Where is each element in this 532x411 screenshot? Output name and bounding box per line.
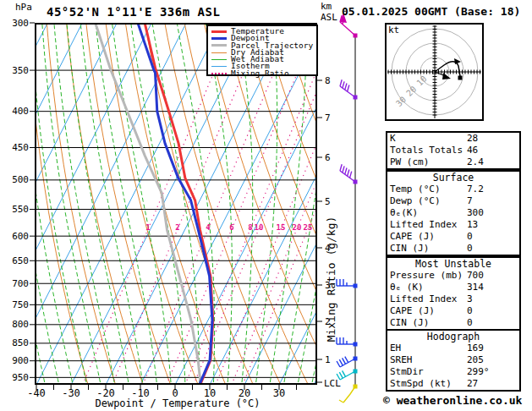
panel-row-label: CAPE (J) — [387, 231, 435, 242]
panel-header: Surface — [387, 172, 519, 184]
wind-barb — [337, 357, 357, 368]
pressure-unit-label: hPa — [15, 2, 32, 13]
km-tick-label: 8 — [325, 75, 331, 86]
barb-level-marker — [354, 34, 358, 38]
hodograph-unit-label: kt — [388, 25, 399, 36]
km-tick-label: 7 — [325, 112, 331, 123]
pressure-tick-label: 350 — [2, 65, 29, 76]
panel-row: Temp (°C)7.2 — [387, 184, 519, 195]
panel-row: CIN (J)0 — [387, 243, 519, 255]
panel-row: K28 — [387, 133, 519, 145]
panel-row-value: 0 — [467, 231, 473, 243]
curve-dewpoint — [138, 23, 212, 384]
mixing-ratio-value-label: 8 — [248, 223, 252, 232]
legend-swatch-mixing-ratio — [211, 73, 227, 74]
panel-row-value: 46 — [467, 145, 478, 156]
panel-row-value: 300 — [467, 207, 484, 219]
mixing-ratio-value-label: 20 — [293, 223, 302, 232]
temp-tick-label: -40 — [27, 387, 46, 399]
panel-row: SREH205 — [387, 354, 519, 366]
panel-row-label: Totals Totals — [387, 145, 463, 156]
temp-tick-label: 0 — [172, 387, 178, 399]
panel-row-label: CIN (J) — [387, 243, 429, 254]
mixing-ratio-value-label: 6 — [229, 223, 233, 232]
km-tick-label: 4 — [325, 243, 331, 254]
mixing-ratio-value-label: 25 — [304, 223, 313, 232]
legend-swatch-isotherm — [211, 66, 227, 67]
panel-row: StmDir299° — [387, 366, 519, 378]
barb-level-marker — [354, 96, 358, 100]
legend-swatch-dewpoint — [211, 37, 227, 40]
hodograph: 102030 — [386, 24, 483, 120]
panel-row-label: EH — [387, 342, 401, 353]
panel-indices: K28Totals Totals46PW (cm)2.4 — [386, 131, 521, 170]
panel-row-value: 0 — [467, 317, 473, 329]
panel-row: CAPE (J)0 — [387, 231, 519, 243]
temp-tick-label: -20 — [96, 387, 115, 399]
pressure-tick-label: 850 — [2, 337, 29, 348]
panel-row-value: 700 — [467, 270, 484, 282]
pressure-tick-label: 700 — [2, 278, 29, 289]
panel-row: Lifted Index13 — [387, 219, 519, 231]
panel-row-label: StmSpd (kt) — [387, 378, 452, 389]
barb-level-marker — [354, 284, 358, 288]
mixing-ratio-value-label: 4 — [206, 223, 210, 232]
panel-row-value: 0 — [467, 305, 473, 317]
barb-level-marker — [354, 370, 358, 374]
barb-level-marker — [354, 357, 358, 361]
wind-barb — [340, 164, 358, 184]
pressure-tick-label: 750 — [2, 299, 29, 310]
panel-row-value: 0 — [467, 243, 473, 255]
km-tick-label: 6 — [325, 152, 331, 163]
panel-row-value: 205 — [467, 354, 484, 366]
panel-row-label: CIN (J) — [387, 317, 429, 328]
panel-header: Most Unstable — [387, 258, 519, 270]
pressure-tick-label: 500 — [2, 174, 29, 185]
legend-swatch-parcel-trajectory — [211, 44, 227, 47]
panel-header: Hodograph — [387, 331, 519, 342]
panel-row-value: 314 — [467, 282, 484, 293]
barb-level-marker — [354, 342, 358, 347]
panel-row-value: 169 — [467, 342, 484, 354]
panel-row-label: θₑ (K) — [387, 282, 424, 293]
pressure-tick-label: 950 — [2, 372, 29, 383]
panel-row-value: 28 — [467, 133, 478, 145]
legend-swatch-wet-adiabat — [211, 59, 227, 60]
pressure-tick-label: 650 — [2, 255, 29, 266]
panel-row-label: SREH — [387, 354, 413, 365]
panel-row-value: 2.4 — [467, 156, 484, 168]
lcl-label: LCL — [324, 378, 341, 389]
pressure-tick-label: 800 — [2, 319, 29, 330]
panel-row-label: PW (cm) — [387, 156, 429, 167]
temp-tick-label: 30 — [273, 387, 285, 399]
panel-row-label: CAPE (J) — [387, 305, 435, 316]
km-tick-label: 2 — [325, 316, 331, 327]
panel-row: Totals Totals46 — [387, 145, 519, 156]
panel-surface: SurfaceTemp (°C)7.2Dewp (°C)7θₑ(K)300Lif… — [386, 170, 521, 256]
legend-label: Mixing Ratio — [231, 70, 289, 77]
skewt-sounding-page: 102030 hPa 45°52'N 1°11'E 336m ASL 05.01… — [0, 0, 532, 411]
panel-row-label: K — [387, 133, 396, 144]
km-tick-label: 1 — [325, 354, 331, 365]
panel-row: Dewp (°C)7 — [387, 195, 519, 207]
temp-tick-label: 20 — [239, 387, 250, 399]
wind-barb-column — [337, 13, 358, 403]
panel-row-value: 13 — [467, 219, 478, 231]
panel-row-label: Lifted Index — [387, 293, 457, 304]
wind-barb — [340, 79, 358, 99]
wind-barb — [337, 337, 358, 347]
legend-swatch-dry-adiabat — [211, 52, 227, 53]
panel-row-label: Lifted Index — [387, 219, 457, 230]
panel-most-unstable: Most UnstablePressure (mb)700θₑ (K)314Li… — [386, 256, 521, 331]
height-unit-label: km ASL — [321, 1, 337, 23]
wind-barb — [337, 279, 358, 288]
panel-row-value: 3 — [467, 293, 473, 305]
km-tick-label: 5 — [325, 196, 331, 207]
barb-level-marker — [354, 385, 358, 389]
panel-row-value: 27 — [467, 378, 478, 390]
footer-credit: © weatheronline.co.uk — [383, 394, 522, 407]
panel-row: CIN (J)0 — [387, 317, 519, 329]
pressure-tick-label: 400 — [2, 106, 29, 117]
panel-row: PW (cm)2.4 — [387, 156, 519, 168]
mixing-ratio-value-label: 10 — [255, 223, 264, 232]
